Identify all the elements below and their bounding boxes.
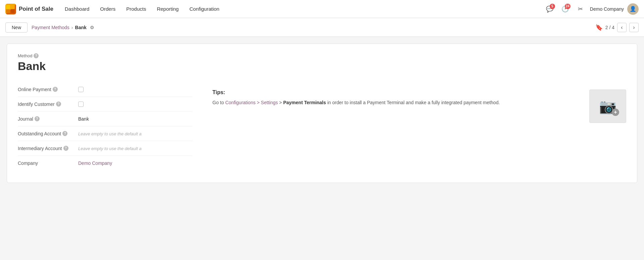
breadcrumb: Payment Methods › Bank ⚙ [32, 25, 94, 30]
breadcrumb-settings-icon[interactable]: ⚙ [90, 25, 94, 30]
svg-rect-3 [11, 9, 15, 13]
nav-orders[interactable]: Orders [95, 4, 120, 14]
form-card: Method ? Bank Online Payment ? [7, 44, 637, 183]
main-content: Method ? Bank Online Payment ? [0, 37, 644, 190]
tips-title: Tips: [212, 89, 581, 95]
nav-configuration[interactable]: Configuration [185, 4, 224, 14]
company-label: Company [18, 160, 78, 166]
method-help-icon[interactable]: ? [34, 53, 39, 58]
app-brand-label: Point of Sale [19, 6, 53, 12]
add-image-icon: + [612, 109, 619, 116]
svg-rect-2 [6, 9, 10, 13]
online-payment-help-icon[interactable]: ? [53, 87, 58, 92]
new-button[interactable]: New [5, 22, 28, 32]
journal-label: Journal ? [18, 116, 78, 122]
camera-icon-wrap: 📷 + [599, 98, 616, 115]
top-navigation: Point of Sale Dashboard Orders Products … [0, 0, 644, 18]
journal-value[interactable]: Bank [78, 116, 192, 122]
logo-icon [5, 4, 16, 14]
company-value[interactable]: Demo Company [78, 160, 192, 166]
identify-customer-help-icon[interactable]: ? [56, 102, 61, 107]
nav-reporting[interactable]: Reporting [152, 4, 183, 14]
method-title: Bank [18, 60, 626, 73]
journal-help-icon[interactable]: ? [35, 116, 40, 121]
outstanding-account-help-icon[interactable]: ? [62, 131, 67, 136]
nav-dashboard[interactable]: Dashboard [60, 4, 94, 14]
company-name[interactable]: Demo Company [590, 6, 624, 12]
field-row-online-payment: Online Payment ? [18, 82, 192, 97]
payment-terminals-text: Payment Terminals [283, 100, 326, 105]
top-menu: Dashboard Orders Products Reporting Conf… [60, 4, 544, 14]
intermediary-account-label: Intermediary Account ? [18, 146, 78, 151]
online-payment-checkbox[interactable] [78, 87, 84, 92]
identify-customer-checkbox[interactable] [78, 102, 84, 107]
online-payment-value [78, 87, 192, 92]
identify-customer-value [78, 102, 192, 107]
tips-content-area: Tips: Go to Configurations > Settings > … [212, 85, 626, 127]
breadcrumb-current: Bank [75, 25, 87, 30]
activities-button[interactable]: 🕐 24 [559, 3, 571, 15]
field-row-identify-customer: Identify Customer ? [18, 97, 192, 112]
tips-body: Go to Configurations > Settings > Paymen… [212, 99, 581, 106]
action-bar: New Payment Methods › Bank ⚙ 🔖 2 / 4 ‹ › [0, 18, 644, 37]
outstanding-account-value[interactable]: Leave empty to use the default a [78, 131, 192, 136]
intermediary-account-value[interactable]: Leave empty to use the default a [78, 146, 192, 151]
pager-next-button[interactable]: › [629, 23, 639, 32]
online-payment-label: Online Payment ? [18, 87, 78, 92]
breadcrumb-separator: › [71, 25, 73, 30]
nav-products[interactable]: Products [121, 4, 151, 14]
svg-rect-0 [6, 5, 10, 9]
intermediary-account-placeholder: Leave empty to use the default a [78, 146, 142, 151]
user-avatar[interactable]: 👤 [627, 3, 639, 15]
topnav-right-area: 💬 5 🕐 24 ✂ Demo Company 👤 [544, 3, 639, 15]
settings-button[interactable]: ✂ [575, 3, 587, 15]
breadcrumb-parent-link[interactable]: Payment Methods [32, 25, 69, 30]
field-row-journal: Journal ? Bank [18, 112, 192, 126]
activities-badge: 24 [565, 4, 571, 9]
messages-button[interactable]: 💬 5 [544, 3, 556, 15]
outstanding-account-placeholder: Leave empty to use the default a [78, 131, 142, 136]
field-row-outstanding-account: Outstanding Account ? Leave empty to use… [18, 126, 192, 141]
field-row-intermediary-account: Intermediary Account ? Leave empty to us… [18, 141, 192, 156]
tips-image-placeholder[interactable]: 📷 + [589, 89, 626, 123]
tips-text-content: Tips: Go to Configurations > Settings > … [212, 89, 581, 106]
configurations-settings-link[interactable]: Configurations > Settings [225, 100, 278, 105]
pager-prev-button[interactable]: ‹ [617, 23, 627, 32]
actionbar-right: 🔖 2 / 4 ‹ › [595, 23, 639, 32]
tips-section: Tips: Go to Configurations > Settings > … [212, 82, 626, 171]
intermediary-account-help-icon[interactable]: ? [63, 146, 68, 151]
form-fields: Online Payment ? Identify Customer ? [18, 82, 192, 171]
wrench-icon: ✂ [578, 5, 583, 13]
identify-customer-label: Identify Customer ? [18, 102, 78, 107]
bookmark-icon[interactable]: 🔖 [595, 24, 603, 31]
outstanding-account-label: Outstanding Account ? [18, 131, 78, 136]
method-label: Method ? [18, 53, 626, 58]
app-logo[interactable]: Point of Sale [5, 4, 53, 14]
pager-count: 2 / 4 [605, 25, 614, 30]
svg-rect-1 [11, 5, 15, 9]
messages-badge: 5 [550, 4, 555, 9]
field-row-company: Company Demo Company [18, 156, 192, 171]
